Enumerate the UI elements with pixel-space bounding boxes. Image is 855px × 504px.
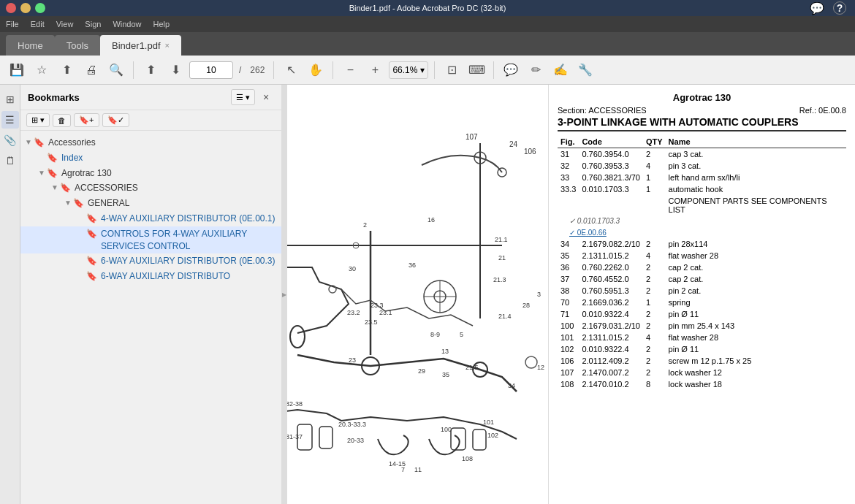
zoom-in-button[interactable]: + [364, 59, 386, 81]
bookmark-accessories[interactable]: ▼ 🔖 Accessories [20, 135, 281, 150]
menu-file[interactable]: File [6, 20, 19, 28]
table-row: 702.1669.036.21spring [558, 297, 846, 308]
svg-text:23: 23 [349, 356, 356, 364]
cell-code: 2.1311.015.2 [579, 332, 643, 343]
bookmark-general[interactable]: ▼ 🔖 GENERAL [20, 196, 281, 211]
tab-home[interactable]: Home [6, 35, 55, 56]
save-button[interactable]: 💾 [6, 59, 28, 81]
help-icon[interactable]: ? [833, 1, 846, 15]
main-content: ⊞ ☰ 📎 🗒 Bookmarks ☰ ▾ × ⊞ ▾ 🗑 🔖+ 🔖✓ ▼ 🔖 … [0, 85, 855, 504]
cell-code: 0.760.3953.3 [579, 160, 643, 172]
upload-button[interactable]: ⬆ [56, 59, 77, 81]
menu-bar: File Edit View Sign Window Help [0, 16, 855, 32]
zoom-level-label: 66.1% [392, 65, 417, 75]
tab-document[interactable]: Binder1.pdf × [100, 35, 181, 56]
menu-sign[interactable]: Sign [85, 20, 101, 28]
table-row: 1062.0112.409.22screw m 12 p.1.75 x 25 [558, 355, 846, 367]
table-row: 1072.1470.007.22lock washer 12 [558, 367, 846, 378]
fit-button[interactable]: ⊡ [441, 59, 463, 81]
label-6way2: 6-WAY AUXILIARY DISTRIBUTO [101, 270, 281, 283]
keyboard-button[interactable]: ⌨ [466, 59, 487, 81]
svg-text:30: 30 [349, 265, 356, 272]
cell-fig: 32 [558, 160, 579, 172]
cell-qty: 8 [643, 378, 666, 390]
properties-btn[interactable]: 🔖✓ [102, 113, 129, 127]
close-button[interactable] [6, 3, 16, 13]
cell-fig: 36 [558, 261, 579, 273]
expand-all-btn[interactable]: ⊞ ▾ [26, 113, 50, 127]
cell-qty [643, 195, 666, 215]
cell-code: 0.760.3954.0 [579, 148, 643, 161]
tab-home-label: Home [18, 40, 43, 51]
cell-name: pin Ø 11 [666, 343, 846, 355]
hand-tool-button[interactable]: ✋ [305, 59, 327, 81]
select-tool-button[interactable]: ↖ [280, 59, 302, 81]
svg-text:23.1: 23.1 [379, 309, 392, 316]
icon-general: 🔖 [73, 198, 85, 208]
table-row: 380.760.5951.32pin 2 cat. [558, 285, 846, 297]
delete-btn[interactable]: 🗑 [53, 114, 71, 127]
bookmark-controls[interactable]: 🔖 CONTROLS FOR 4-WAY AUXILIARY SERVICES … [20, 226, 281, 254]
tools2-button[interactable]: 🔧 [574, 59, 596, 81]
next-page-button[interactable]: ⬇ [164, 59, 186, 81]
menu-help[interactable]: Help [153, 20, 170, 28]
ink-button[interactable]: ✏ [525, 59, 547, 81]
comment-button[interactable]: 💬 [500, 59, 522, 81]
table-row: ✓ 0.010.1703.3 [558, 215, 846, 226]
cell-code: 0.760.5951.3 [579, 285, 643, 297]
search-button[interactable]: 🔍 [105, 59, 127, 81]
maximize-button[interactable] [35, 3, 45, 13]
zoom-dropdown[interactable]: 66.1% ▾ [389, 61, 428, 79]
label-accessories: Accessories [48, 137, 281, 149]
svg-text:107: 107 [466, 133, 478, 141]
cell-name: automatic hook [666, 183, 846, 195]
bookmark-accessories-sub[interactable]: ▼ 🔖 ACCESSORIES [20, 180, 281, 196]
table-row: 310.760.3954.02cap 3 cat. [558, 148, 846, 161]
bookmark-button[interactable]: ☆ [31, 59, 53, 81]
parts-table-panel: Agrotrac 130 Section: ACCESSORIES Ref.: … [548, 85, 855, 504]
window-controls[interactable] [6, 3, 45, 13]
bookmark-4way[interactable]: 🔖 4-WAY AUXILIARY DISTRIBUTOR (0E.00.1) [20, 211, 281, 226]
left-icon-layers[interactable]: ⊞ [1, 91, 19, 108]
window-title: Binder1.pdf - Adobe Acrobat Pro DC (32-b… [45, 4, 810, 12]
svg-text:23.3: 23.3 [370, 302, 384, 309]
zoom-dropdown-icon: ▾ [420, 65, 425, 75]
cell-fig: 38 [558, 285, 579, 297]
cell-qty: 4 [643, 250, 666, 261]
minimize-button[interactable] [20, 3, 31, 13]
bookmarks-close-btn[interactable]: × [258, 89, 274, 105]
chat-icon[interactable]: 💬 [810, 1, 824, 15]
cell-name: left hand arm sx/lh/li [666, 172, 846, 183]
sign-button[interactable]: ✍ [550, 59, 571, 81]
left-icon-attachments[interactable]: 📎 [1, 131, 19, 149]
bookmarks-menu-btn[interactable]: ☰ ▾ [231, 89, 255, 105]
menu-window[interactable]: Window [113, 20, 141, 28]
parts-data-table: Fig. Code QTY Name 310.760.3954.02cap 3 … [558, 136, 846, 390]
tab-close-button[interactable]: × [165, 41, 170, 50]
bookmark-6way[interactable]: 🔖 6-WAY AUXILIARY DISTRIBUTOR (0E.00.3) [20, 253, 281, 269]
svg-text:29: 29 [418, 367, 425, 375]
tab-tools[interactable]: Tools [55, 35, 100, 56]
table-row: 710.010.9322.42pin Ø 11 [558, 308, 846, 320]
bookmark-agrotrac[interactable]: ▼ 🔖 Agrotrac 130 [20, 166, 281, 181]
parts-link[interactable]: ✓ 0E.00.66 [569, 229, 607, 237]
prev-page-button[interactable]: ⬆ [140, 59, 162, 81]
table-row: 33.30.010.1703.31automatic hook [558, 183, 846, 195]
sep5 [493, 61, 494, 79]
pdf-viewer[interactable]: 9_79758_00_0_0 107 24 106 [287, 85, 548, 504]
zoom-out-button[interactable]: − [339, 59, 361, 81]
bookmark-6way2[interactable]: 🔖 6-WAY AUXILIARY DISTRIBUTO [20, 269, 281, 284]
page-number-input[interactable]: 10 [189, 61, 233, 79]
menu-view[interactable]: View [56, 20, 74, 28]
print-button[interactable]: 🖨 [80, 59, 102, 81]
label-general: GENERAL [88, 197, 281, 210]
cell-fig: 108 [558, 378, 579, 390]
left-icon-pages[interactable]: 🗒 [1, 152, 19, 169]
bookmark-index[interactable]: 🔖 Index [20, 150, 281, 166]
cell-qty: 1 [643, 297, 666, 308]
menu-edit[interactable]: Edit [31, 20, 45, 28]
left-icon-bookmarks[interactable]: ☰ [1, 111, 19, 129]
cell-name: pin 28x114 [666, 238, 846, 250]
resize-handle[interactable] [281, 85, 287, 504]
add-bookmark-btn[interactable]: 🔖+ [74, 113, 99, 127]
